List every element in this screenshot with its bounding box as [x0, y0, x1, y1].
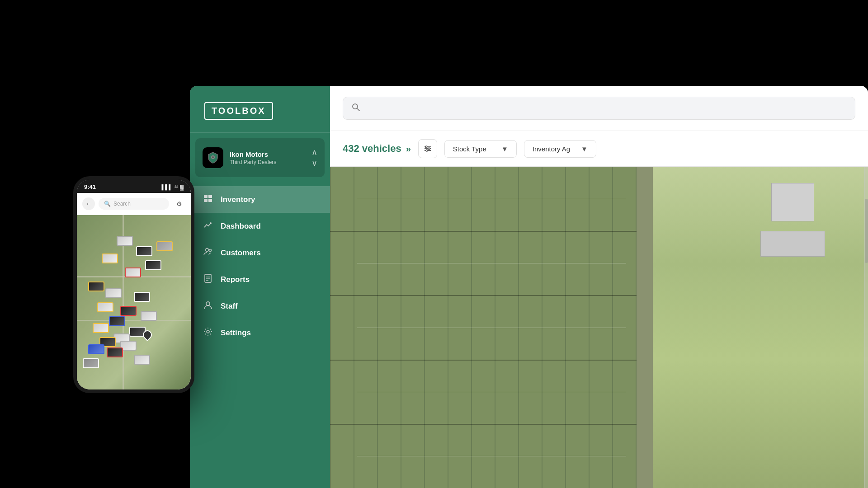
map-car-19	[107, 347, 123, 357]
dealer-info: Ikon Motors Third Party Dealers	[230, 150, 305, 165]
lot-row-3	[330, 360, 642, 361]
filter-adjust-button[interactable]	[418, 139, 437, 158]
map-car-8	[134, 292, 150, 302]
map-car-12	[109, 316, 125, 326]
sidebar-item-settings[interactable]: Settings	[190, 319, 330, 346]
sidebar-item-staff[interactable]: Staff	[190, 293, 330, 319]
inventory-age-label: Inventory Ag	[533, 145, 570, 153]
staff-icon	[203, 300, 213, 312]
map-car-13	[93, 323, 109, 333]
svg-point-8	[209, 249, 212, 252]
svg-point-7	[206, 249, 209, 252]
sidebar-item-customers[interactable]: Customers	[190, 239, 330, 266]
stock-type-dropdown[interactable]: Stock Type ▼	[444, 140, 517, 158]
svg-rect-4	[204, 199, 208, 202]
map-car-11	[141, 311, 157, 321]
map-car-9	[97, 302, 113, 312]
mobile-phone: 9:41 ▌▌▌ ≋ ▓ ← 🔍 Search ⚙	[73, 176, 194, 393]
dealer-logo-icon	[207, 151, 219, 164]
logo-text: TOOLBOX	[212, 106, 266, 116]
main-content: 432 vehicles » Stock Type ▼ Inventory Ag	[330, 86, 868, 488]
filter-bar: 432 vehicles » Stock Type ▼ Inventory Ag	[330, 131, 868, 167]
road-marking-5	[357, 456, 626, 456]
sidebar-staff-label: Staff	[221, 302, 238, 311]
lot-row-2	[330, 295, 642, 296]
map-car-1	[117, 236, 133, 246]
sidebar-inventory-label: Inventory	[221, 195, 255, 204]
map-car-3	[102, 253, 118, 263]
phone-filter-button[interactable]: ⚙	[173, 197, 185, 210]
svg-point-1	[212, 156, 214, 158]
lot-row-1	[330, 231, 642, 232]
map-car-2	[136, 246, 152, 256]
svg-point-13	[206, 302, 210, 305]
road-marking-1	[357, 199, 626, 199]
signal-icon: ▌▌▌	[162, 184, 172, 190]
scrollbar[interactable]	[864, 167, 868, 488]
inventory-age-dropdown[interactable]: Inventory Ag ▼	[524, 140, 596, 158]
map-car-10	[120, 306, 137, 316]
building-1	[771, 183, 814, 221]
svg-point-22	[426, 150, 428, 151]
svg-point-14	[207, 330, 209, 333]
road-marking-4	[357, 392, 626, 392]
svg-rect-2	[204, 195, 208, 198]
phone-status-icons: ▌▌▌ ≋ ▓	[162, 184, 184, 190]
chevron-double-icon: »	[406, 144, 411, 154]
field-right	[642, 167, 868, 488]
svg-rect-5	[208, 199, 212, 202]
settings-icon	[203, 327, 213, 339]
vehicle-count: 432 vehicles »	[343, 143, 411, 155]
phone-header: ← 🔍 Search ⚙	[77, 193, 191, 215]
dealer-chevron-icon: ∧ ∨	[311, 147, 317, 168]
dashboard-icon	[203, 220, 213, 232]
map-car-6	[88, 282, 104, 291]
sidebar-item-inventory[interactable]: Inventory	[190, 186, 330, 213]
aerial-map	[330, 167, 868, 488]
scrollbar-thumb[interactable]	[865, 199, 868, 263]
logo-box: TOOLBOX	[204, 102, 273, 120]
svg-rect-9	[205, 274, 211, 282]
search-icon	[351, 103, 360, 114]
back-button[interactable]: ←	[82, 197, 95, 210]
map-car-4	[145, 260, 161, 270]
phone-status-bar: 9:41 ▌▌▌ ≋ ▓	[77, 180, 191, 193]
map-car-5	[125, 267, 141, 277]
sidebar-item-dashboard[interactable]: Dashboard	[190, 213, 330, 239]
phone-search-label: Search	[113, 201, 131, 207]
inventory-icon	[203, 193, 213, 206]
road-marking-3	[357, 328, 626, 328]
svg-point-6	[210, 222, 212, 224]
search-input[interactable]	[365, 104, 847, 112]
map-car-20	[134, 355, 150, 365]
top-bar	[330, 86, 868, 131]
phone-map	[77, 215, 191, 389]
svg-line-16	[357, 108, 359, 111]
road-divider	[637, 167, 653, 488]
map-area	[330, 167, 868, 488]
sidebar-item-reports[interactable]: Reports	[190, 266, 330, 293]
sidebar-logo: TOOLBOX	[190, 86, 330, 133]
stock-type-arrow-icon: ▼	[501, 145, 508, 153]
sidebar-nav: Inventory Dashboard	[190, 183, 330, 488]
vehicle-count-text: 432 vehicles	[343, 143, 401, 155]
dealer-type: Third Party Dealers	[230, 159, 305, 165]
sidebar-reports-label: Reports	[221, 275, 250, 284]
sidebar-dashboard-label: Dashboard	[221, 222, 261, 231]
phone-search-icon: 🔍	[104, 201, 111, 207]
customers-icon	[203, 247, 213, 259]
sidebar: TOOLBOX Ikon Motors Third Party Dealers …	[190, 86, 330, 488]
sidebar-customers-label: Customers	[221, 249, 261, 258]
phone-screen: 9:41 ▌▌▌ ≋ ▓ ← 🔍 Search ⚙	[77, 180, 191, 389]
phone-search-box[interactable]: 🔍 Search	[99, 198, 169, 210]
wifi-icon: ≋	[174, 184, 178, 190]
sidebar-settings-label: Settings	[221, 328, 251, 338]
inventory-age-arrow-icon: ▼	[581, 145, 588, 153]
road-marking-2	[357, 263, 626, 263]
dealer-selector[interactable]: Ikon Motors Third Party Dealers ∧ ∨	[195, 138, 325, 177]
map-car-21	[83, 358, 99, 368]
svg-point-20	[425, 146, 427, 148]
lot-row-4	[330, 424, 642, 425]
map-car-22	[156, 241, 173, 251]
search-container	[343, 97, 855, 120]
